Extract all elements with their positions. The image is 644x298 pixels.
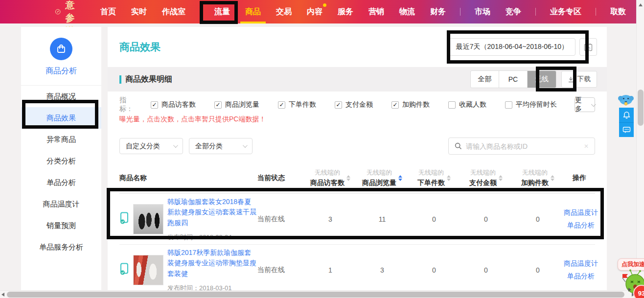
column-header-支付金额: 无线端的支付金额	[469, 168, 503, 187]
nav-item-市场[interactable]: 市场	[474, 0, 491, 23]
metric-value-0: 1	[328, 266, 332, 274]
sidebar-item-商品效果[interactable]: 商品效果	[21, 107, 101, 129]
nav-item-实时[interactable]: 实时	[130, 0, 148, 23]
nav-item-内容[interactable]: 内容	[306, 0, 323, 23]
chevron-down-icon	[173, 143, 178, 148]
sidebar-item-异常商品[interactable]: 异常商品	[21, 129, 101, 150]
sort-toggle-商品浏览量[interactable]	[398, 175, 402, 181]
nav-item-营销[interactable]: 营销	[368, 0, 385, 23]
sort-toggle-下单件数[interactable]	[447, 175, 451, 181]
more-metrics-button[interactable]: 更多	[575, 97, 595, 112]
alerts-button[interactable]	[619, 108, 634, 122]
metric-checkbox-支付金额[interactable]: ✓支付金额	[335, 100, 373, 109]
sort-up-icon	[447, 175, 451, 178]
sort-toggle-加购件数[interactable]	[551, 175, 554, 181]
download-button[interactable]: 下载	[561, 71, 597, 88]
column-label: 商品浏览量	[362, 178, 396, 187]
action-link-商品温度计[interactable]: 商品温度计	[564, 208, 598, 217]
product-title-link[interactable]: 韩版2017秋季新款瑜伽服套装健身服专业运动带胸垫显瘦套装健	[167, 248, 257, 279]
nav-item-物流[interactable]: 物流	[398, 0, 416, 23]
table-header: 商品名称当前状态无线端的商品访客数无线端的商品浏览量无线端的下单件数无线端的支付…	[119, 163, 595, 194]
product-analysis-icon	[50, 38, 72, 60]
nav-item-竞争[interactable]: 竞争	[505, 0, 522, 23]
checkbox-unchecked-icon	[505, 101, 512, 109]
horizontal-scrollbar[interactable]	[0, 290, 636, 298]
product-search-box: ✕	[448, 138, 595, 155]
nav-item-流量[interactable]: 流量	[213, 0, 231, 23]
tab-全部[interactable]: 全部	[471, 71, 499, 88]
nav-item-财务[interactable]: 财务	[429, 0, 447, 23]
metric-checkbox-商品访客数[interactable]: ✓商品访客数	[151, 100, 196, 109]
nav-item-商品[interactable]: 商品	[244, 0, 262, 23]
table-row: 韩版瑜伽服套装女2018春夏新款健身服女运动套装速干晨跑服四发布时间：2018-…	[119, 194, 595, 245]
mobile-device-icon	[119, 263, 129, 277]
table-body: 韩版瑜伽服套装女2018春夏新款健身服女运动套装速干晨跑服四发布时间：2018-…	[119, 194, 595, 296]
vertical-scrollbar[interactable]	[636, 0, 644, 290]
download-icon	[568, 76, 574, 83]
speedup-widget[interactable]: 点我加速 93	[618, 258, 644, 298]
product-name-cell: 韩版2017秋季新款瑜伽服套装健身服专业运动带胸垫显瘦套装健发布时间：2018-…	[119, 248, 257, 293]
terminal-tab-group: 全部PC无线	[470, 70, 556, 88]
horizontal-scroll-thumb[interactable]	[7, 292, 624, 298]
column-prefix: 无线端的	[315, 168, 340, 178]
action-link-单品分析[interactable]: 单品分析	[567, 272, 595, 281]
scroll-up-arrow[interactable]	[639, 3, 643, 6]
metric-value-3: 0	[484, 215, 488, 223]
action-link-单品分析[interactable]: 单品分析	[567, 221, 595, 230]
nav-item-取数[interactable]: 取数	[609, 0, 627, 23]
sort-up-icon	[346, 175, 350, 178]
checkbox-checked-icon: ✓	[335, 101, 342, 109]
sidebar-item-单品服务分析[interactable]: 单品服务分析	[21, 236, 101, 258]
top-navbar: 生意参谋 首页实时作战室流量商品交易内容服务营销物流财务市场竞争业务专区取数学院…	[0, 0, 636, 23]
metric-checkbox-平均停留时长[interactable]: 平均停留时长	[505, 100, 557, 109]
date-range-picker[interactable]: 最近7天（2018-06-04~2018-06-10）	[449, 38, 575, 56]
clear-search-icon[interactable]: ✕	[584, 143, 589, 150]
metric-checkbox-下单件数[interactable]: ✓下单件数	[278, 100, 316, 109]
tab-PC[interactable]: PC	[499, 71, 528, 88]
nav-item-首页[interactable]: 首页	[99, 0, 117, 23]
sort-toggle-支付金额[interactable]	[499, 175, 503, 181]
search-input[interactable]	[466, 142, 580, 150]
product-title-link[interactable]: 韩版瑜伽服套装女2018春夏新款健身服女运动套装速干晨跑服四	[167, 197, 257, 229]
column-prefix: 无线端的	[367, 168, 392, 178]
sidebar-item-商品温度计[interactable]: 商品温度计	[21, 193, 101, 215]
svg-text:15: 15	[586, 46, 590, 50]
metric-checkbox-收藏人数[interactable]: 收藏人数	[448, 100, 486, 109]
actions-cell: 商品温度计单品分析	[564, 208, 598, 230]
tab-无线[interactable]: 无线	[528, 71, 556, 88]
nav-separator	[535, 8, 536, 16]
sidebar-title: 商品分析	[21, 66, 101, 76]
metric-value-3: 0	[484, 266, 488, 274]
nav-item-交易[interactable]: 交易	[275, 0, 293, 23]
sort-down-icon	[346, 179, 350, 181]
actions-cell: 商品温度计单品分析	[564, 259, 598, 281]
nav-item-业务专区[interactable]: 业务专区	[549, 0, 582, 23]
sort-toggle-商品访客数[interactable]	[346, 175, 350, 181]
scroll-left-arrow[interactable]	[1, 293, 4, 297]
nav-separator	[200, 8, 200, 16]
bell-icon	[622, 111, 631, 119]
custom-category-select[interactable]: 自定义分类	[119, 138, 183, 154]
nav-item-服务[interactable]: 服务	[337, 0, 354, 23]
sidebar-item-单品分析[interactable]: 单品分析	[21, 172, 101, 193]
calendar-button[interactable]: 15	[579, 38, 597, 56]
vertical-scroll-thumb[interactable]	[638, 90, 644, 126]
product-thumbnail[interactable]	[133, 204, 163, 234]
metric-checkbox-商品浏览量[interactable]: ✓商品浏览量	[214, 100, 259, 109]
chevron-down-icon	[243, 143, 248, 148]
nav-item-作战室[interactable]: 作战室	[161, 0, 186, 23]
sidebar-item-销量预测[interactable]: 销量预测	[21, 215, 101, 236]
sidebar-item-分类分析[interactable]: 分类分析	[21, 150, 101, 172]
product-thumbnail[interactable]	[133, 255, 163, 285]
chat-icon	[622, 126, 631, 134]
all-category-select[interactable]: 全部分类	[189, 138, 253, 154]
metric-checkbox-加购件数[interactable]: ✓加购件数	[391, 100, 430, 109]
status-value: 当前在线	[257, 266, 304, 275]
feedback-button[interactable]	[619, 122, 634, 137]
column-header-当前状态: 当前状态	[257, 174, 304, 183]
action-link-商品温度计[interactable]: 商品温度计	[564, 259, 598, 268]
page-header: 商品效果 最近7天（2018-06-04~2018-06-10） 15	[108, 27, 607, 67]
sort-up-icon	[499, 175, 503, 178]
metric-filter-row: 指标： ✓商品访客数✓商品浏览量✓下单件数✓支付金额✓加购件数收藏人数平均停留时…	[119, 98, 595, 111]
sidebar-item-商品概况[interactable]: 商品概况	[21, 86, 101, 107]
